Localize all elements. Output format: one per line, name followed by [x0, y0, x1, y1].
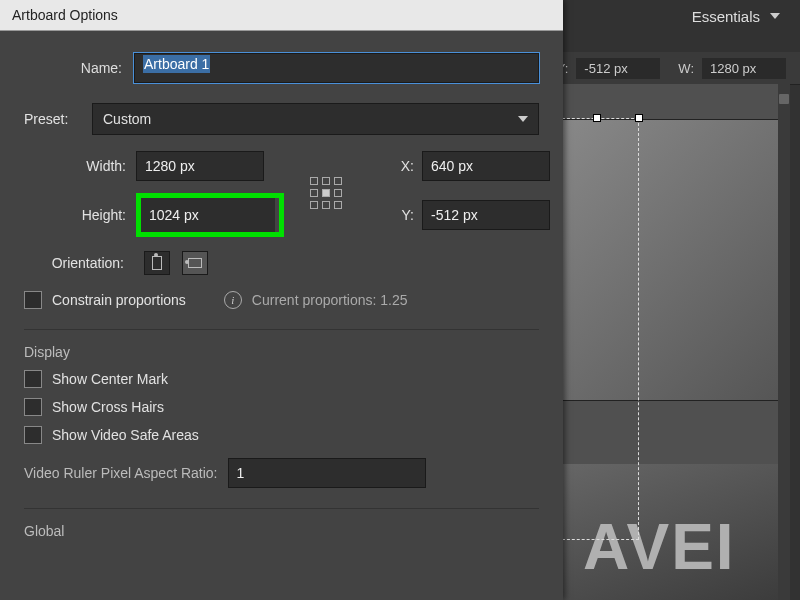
height-label: Height: [24, 207, 136, 223]
orientation-portrait-button[interactable] [144, 251, 170, 275]
scrollbar-thumb[interactable] [779, 94, 789, 104]
workspace-label: Essentials [692, 8, 760, 25]
chevron-down-icon [518, 116, 528, 122]
name-label: Name: [24, 60, 134, 76]
prop-w-label: W: [678, 61, 694, 76]
selection-handle[interactable] [636, 115, 642, 121]
width-input[interactable] [136, 151, 264, 181]
show-center-mark-label: Show Center Mark [52, 371, 168, 387]
prop-y-value[interactable]: -512 px [576, 58, 660, 79]
info-icon: i [224, 291, 242, 309]
show-cross-hairs-checkbox[interactable] [24, 398, 42, 416]
landscape-icon [188, 258, 202, 268]
reference-point-center[interactable] [322, 189, 330, 197]
constrain-proportions-label: Constrain proportions [52, 292, 186, 308]
y-label: Y: [374, 207, 422, 223]
x-label: X: [374, 158, 422, 174]
separator [24, 508, 539, 509]
selection-bounds [557, 118, 639, 540]
show-video-safe-checkbox[interactable] [24, 426, 42, 444]
display-heading: Display [24, 344, 539, 360]
x-input[interactable] [422, 151, 550, 181]
artboard-options-dialog: Artboard Options Name: Artboard 1 Preset… [0, 0, 563, 600]
height-input[interactable] [141, 198, 275, 232]
show-center-mark-checkbox[interactable] [24, 370, 42, 388]
show-video-safe-label: Show Video Safe Areas [52, 427, 199, 443]
prop-w-value[interactable]: 1280 px [702, 58, 786, 79]
aspect-ratio-label: Video Ruler Pixel Aspect Ratio: [24, 465, 218, 481]
workspace-switcher[interactable]: Essentials [692, 0, 780, 32]
preset-label: Preset: [24, 111, 92, 127]
show-cross-hairs-label: Show Cross Hairs [52, 399, 164, 415]
width-label: Width: [24, 158, 136, 174]
name-input[interactable] [134, 53, 539, 83]
portrait-icon [152, 256, 162, 270]
y-input[interactable] [422, 200, 550, 230]
chevron-down-icon [770, 13, 780, 19]
vertical-scrollbar[interactable] [778, 84, 790, 600]
dialog-title: Artboard Options [0, 0, 563, 31]
separator [24, 329, 539, 330]
canvas-area[interactable]: AVEI [563, 84, 790, 600]
orientation-label: Orientation: [24, 255, 132, 271]
current-proportions-label: Current proportions: 1.25 [252, 292, 408, 308]
global-heading: Global [24, 523, 539, 539]
preset-value: Custom [103, 111, 151, 127]
preset-dropdown[interactable]: Custom [92, 103, 539, 135]
aspect-ratio-input[interactable] [228, 458, 426, 488]
constrain-proportions-checkbox[interactable] [24, 291, 42, 309]
height-highlight [136, 193, 284, 237]
selection-handle[interactable] [594, 115, 600, 121]
orientation-landscape-button[interactable] [182, 251, 208, 275]
reference-point-grid[interactable] [310, 177, 344, 211]
